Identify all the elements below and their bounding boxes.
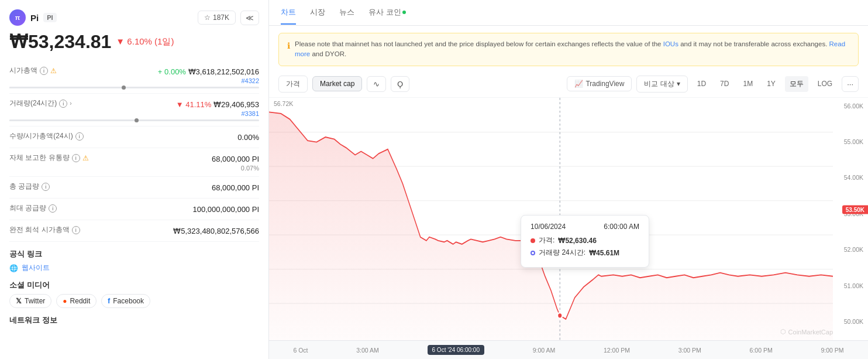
fdv-label: 완전 희석 시가총액 [9, 225, 70, 235]
notice-text-middle: and it may not be transferable across ex… [680, 40, 829, 47]
circ-supply-info-icon[interactable]: i [72, 154, 80, 162]
x-label-3pm: 3:00 PM [678, 347, 701, 354]
chart-controls: 가격 Market cap ∿ Ϙ 📈 TradingView 비교 대상 ▾ … [269, 71, 868, 98]
volume-info-icon[interactable]: i [59, 100, 67, 108]
y-label-6: 51.00K [844, 282, 863, 289]
more-options-button[interactable]: ··· [842, 76, 859, 92]
coin-name: Pi [30, 13, 39, 23]
stat-max-supply: 최대 공급량 i 100,000,000,000 PI [9, 199, 259, 220]
compare-chevron-icon: ▾ [677, 80, 680, 88]
price-callout: 53.50K [842, 206, 868, 214]
log-button[interactable]: LOG [813, 77, 837, 91]
tradingview-button[interactable]: 📈 TradingView [567, 76, 632, 91]
price-value: ₩53,234.81 [9, 30, 111, 53]
y-label-1: 56.00K [844, 102, 863, 110]
max-supply-label: 최대 공급량 [9, 203, 46, 213]
ious-link[interactable]: IOUs [663, 40, 678, 47]
notice-bar: ℹ Please note that mainnet has not launc… [278, 33, 859, 66]
share-icon: ≪ [246, 13, 254, 22]
coin-title: π Pi PI [9, 9, 57, 26]
stat-total-supply: 총 공급량 i 68,000,000 PI [9, 177, 259, 199]
total-supply-value: 68,000,000 PI [212, 183, 259, 192]
price-button[interactable]: 가격 [278, 76, 308, 93]
time-1y-button[interactable]: 1Y [762, 77, 780, 91]
similar-coins-dot [402, 11, 406, 14]
tab-market[interactable]: 시장 [310, 1, 325, 25]
tooltip-date: 10/06/2024 [531, 223, 566, 231]
tabs-bar: 차트 시장 뉴스 유사 코인 [269, 0, 868, 26]
share-button[interactable]: ≪ [240, 11, 259, 25]
watermark-text: CoinMarketCap [788, 329, 833, 336]
total-supply-label: 총 공급량 [9, 182, 39, 192]
watchlist-button[interactable]: ☆ 187K [198, 11, 236, 25]
reddit-label: Reddit [70, 297, 91, 305]
y-label-2: 55.00K [844, 138, 863, 145]
tradingview-chart-icon: 📈 [574, 80, 583, 88]
stat-circulating-supply: 자체 보고한 유통량 i ⚠ 68,000,000 PI 0.07% [9, 148, 259, 177]
x-label-3am: 3:00 AM [356, 347, 379, 354]
circ-supply-label: 자체 보고한 유통량 [9, 153, 70, 163]
stats-section: 시가총액 i ⚠ + 0.00% ₩3,618,212,502,016 #432… [9, 61, 259, 242]
twitter-button[interactable]: 𝕏 Twitter [9, 294, 51, 308]
tab-chart[interactable]: 차트 [281, 1, 296, 25]
twitter-icon: 𝕏 [16, 297, 22, 305]
chart-area: 56.72K [269, 98, 868, 360]
vol-mc-info-icon[interactable]: i [75, 132, 84, 141]
circ-supply-value: 68,000,000 PI [212, 155, 259, 163]
compare-button[interactable]: 비교 대상 ▾ [636, 76, 687, 93]
stat-market-cap: 시가총액 i ⚠ + 0.00% ₩3,618,212,502,016 #432… [9, 61, 259, 94]
total-supply-info-icon[interactable]: i [42, 183, 50, 191]
watchlist-count: 187K [213, 13, 229, 22]
tab-similar-coins[interactable]: 유사 코인 [368, 1, 406, 25]
facebook-icon: f [108, 297, 110, 305]
vol-mc-value: 0.00% [237, 133, 259, 142]
market-cap-info-icon[interactable]: i [40, 67, 48, 75]
volume-bar [9, 119, 259, 121]
volume-label: 거래량(24시간) [9, 98, 57, 108]
time-1m-button[interactable]: 1M [738, 77, 757, 91]
x-label-9pm: 9:00 PM [821, 347, 843, 354]
y-label-3: 54.00K [844, 174, 863, 181]
stat-vol-marketcap: 수량/시가총액(24시) i 0.00% [9, 126, 259, 148]
reddit-button[interactable]: ● Reddit [56, 294, 97, 308]
market-cap-button[interactable]: Market cap [312, 76, 362, 91]
x-label-12pm: 12:00 PM [604, 347, 630, 354]
tab-news[interactable]: 뉴스 [339, 1, 354, 25]
market-cap-rank: #4322 [9, 77, 259, 84]
header-actions: ☆ 187K ≪ [198, 11, 259, 25]
vol-mc-label: 수량/시가총액(24시) [9, 131, 73, 141]
time-7d-button[interactable]: 7D [715, 77, 733, 91]
main-content: 차트 시장 뉴스 유사 코인 ℹ Please note that mainne… [269, 0, 868, 359]
x-label-9am: 9:00 AM [533, 347, 556, 354]
x-label-active: 6 Oct '24 06:00:00 [428, 345, 484, 355]
svg-point-7 [557, 312, 562, 318]
time-all-button[interactable]: 모두 [785, 76, 808, 92]
notice-text-before: Please note that mainnet has not launche… [295, 40, 663, 47]
volume-rank: #3381 [9, 110, 259, 117]
fdv-value: ₩5,323,480,802,576,566 [173, 227, 259, 235]
fdv-info-icon[interactable]: i [72, 226, 80, 234]
y-label-5: 52.00K [844, 246, 863, 253]
market-cap-label: 시가총액 [9, 66, 37, 76]
facebook-button[interactable]: f Facebook [101, 294, 150, 308]
x-label-6oct: 6 Oct [293, 347, 308, 354]
reddit-icon: ● [63, 297, 67, 305]
facebook-label: Facebook [113, 297, 144, 305]
line-chart-button[interactable]: ∿ [367, 76, 386, 92]
market-cap-change: + 0.00% [158, 67, 186, 76]
tooltip-time: 6:00:00 AM [604, 223, 639, 231]
current-price: ₩53,234.81 ▼ 6.10% (1일) [9, 30, 259, 53]
time-1d-button[interactable]: 1D [693, 77, 711, 91]
sidebar: π Pi PI ☆ 187K ≪ ₩53,234.81 ▼ 6.10% (1일) [0, 0, 269, 359]
website-link[interactable]: 🌐 웹사이트 [9, 263, 259, 273]
notice-text-after: and DYOR. [312, 50, 346, 57]
volume-value: ₩29,406,953 [213, 100, 259, 109]
coin-header: π Pi PI ☆ 187K ≪ [9, 9, 259, 26]
coin-symbol-badge: PI [43, 13, 56, 22]
volume-chevron-icon[interactable]: › [70, 100, 71, 107]
candle-chart-button[interactable]: Ϙ [391, 76, 409, 92]
max-supply-info-icon[interactable]: i [49, 204, 57, 213]
social-title: 소셜 미디어 [9, 280, 259, 290]
official-links-title: 공식 링크 [9, 249, 259, 259]
stat-fdv: 완전 희석 시가총액 i ₩5,323,480,802,576,566 [9, 220, 259, 242]
